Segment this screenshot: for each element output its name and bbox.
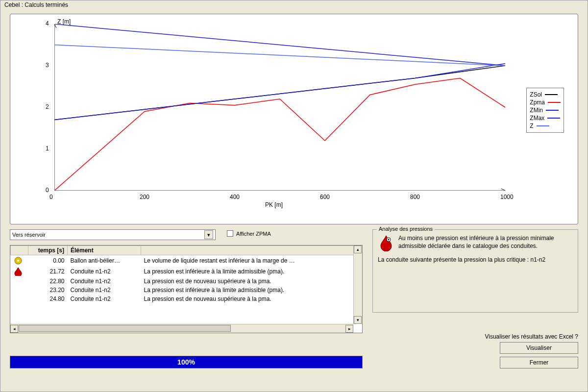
table-row[interactable]: 0.00 Ballon anti-bélier… Le volume de li… [11,255,362,267]
x-tick: 800 [410,194,420,200]
row-icon [11,266,28,277]
table-header-row: temps [s] Élément [11,246,362,255]
col-message[interactable] [141,246,362,255]
row-element: Conduite n1-n2 [68,294,141,303]
x-tick: 0 [49,194,53,200]
row-temps: 23.20 [28,286,68,294]
window: Cebel : Calculs terminés Z [m] PK [m] ZS… [0,0,588,392]
scroll-down-icon[interactable]: ▾ [354,316,362,324]
table-horizontal-scrollbar[interactable]: ◂ ▸ [10,324,353,333]
row-icon [11,277,28,286]
analysis-title: Analyse des pressions [377,226,435,232]
row-message: La pression est inférieure à la limite a… [141,266,362,277]
legend-label: Z [530,122,533,129]
chart-legend: ZSolZpmaZMinZMaxZ [526,88,564,133]
col-icon[interactable] [11,246,28,255]
table-row[interactable]: 21.72 Conduite n1-n2 La pression est inf… [11,266,362,277]
scroll-thumb[interactable] [19,325,231,332]
table-row[interactable]: 23.20 Conduite n1-n2 La pression est inf… [11,286,362,294]
row-message: La pression est de nouveau supérieure à … [141,294,362,303]
fermer-button[interactable]: Fermer [500,357,578,368]
direction-dropdown[interactable]: Vers réservoir ▾ [10,229,216,240]
legend-item: ZMin [530,107,561,114]
legend-swatch-icon [548,102,561,103]
events-table[interactable]: temps [s] Élément 0.00 Ballon anti-bélie… [10,245,363,333]
col-temps[interactable]: temps [s] [28,246,68,255]
legend-label: ZMin [530,107,543,114]
progress-text: 100% [177,358,195,366]
warning-blood-drop-icon [378,235,394,251]
chart-plot [54,24,505,191]
row-icon [11,286,28,294]
row-temps: 21.72 [28,266,68,277]
table-row[interactable]: 22.80 Conduite n1-n2 La pression est de … [11,277,362,286]
visualiser-button[interactable]: Visualiser [500,342,578,354]
result-prompt: Visualiser les résultats avec Excel ? [485,333,578,340]
y-tick: 4 [46,20,49,27]
legend-label: Zpma [530,99,545,106]
row-icon [11,255,28,267]
row-temps: 22.80 [28,277,68,286]
legend-item: Zpma [530,99,561,106]
analysis-text-1: Au moins une pression est inférieure à l… [378,235,573,250]
legend-label: ZMax [530,115,544,122]
dropdown-selected: Vers réservoir [12,232,46,238]
x-tick: 1000 [500,194,514,200]
chart-panel: Z [m] PK [m] ZSolZpmaZMinZMaxZ 012340200… [10,14,578,224]
row-message: Le volume de liquide restant est inférie… [141,255,362,267]
y-axis-label: Z [m] [57,18,71,25]
row-element: Conduite n1-n2 [68,266,141,277]
scroll-up-icon[interactable]: ▴ [354,245,362,253]
y-tick: 1 [46,145,49,152]
y-tick: 3 [46,62,49,69]
row-temps: 0.00 [28,255,68,267]
x-tick: 400 [230,194,240,200]
row-element: Ballon anti-bélier… [68,255,141,267]
x-axis-label: PK [m] [265,201,283,208]
dropdown-arrow-icon[interactable]: ▾ [204,230,213,239]
analysis-groupbox: Analyse des pressions Au moins une press… [372,229,578,313]
progress-bar: 100% [10,356,363,368]
legend-swatch-icon [545,94,558,95]
row-icon [11,294,28,303]
row-element: Conduite n1-n2 [68,277,141,286]
legend-swatch-icon [547,118,560,119]
scroll-left-icon[interactable]: ◂ [10,325,18,333]
table-vertical-scrollbar[interactable]: ▴ ▾ [353,245,362,324]
legend-swatch-icon [546,110,559,111]
svg-point-16 [17,260,19,262]
legend-item: ZSol [530,91,561,98]
x-tick: 600 [320,194,330,200]
row-temps: 24.80 [28,294,68,303]
row-element: Conduite n1-n2 [68,286,141,294]
svg-point-14 [388,239,390,241]
legend-label: ZSol [530,91,542,98]
window-title: Cebel : Calculs terminés [0,0,588,9]
legend-item: Z [530,122,561,129]
analysis-text-2: La conduite suivante présente la pressio… [378,256,573,264]
y-tick: 0 [46,187,49,194]
row-message: La pression est inférieure à la limite a… [141,286,362,294]
legend-swatch-icon [537,125,549,126]
scroll-right-icon[interactable]: ▸ [345,325,353,333]
legend-item: ZMax [530,115,561,122]
table-row[interactable]: 24.80 Conduite n1-n2 La pression est de … [11,294,362,303]
x-tick: 200 [140,194,149,200]
y-tick: 2 [46,103,49,110]
col-element[interactable]: Élément [68,246,141,255]
afficher-zpma-label: Afficher ZPMA [236,231,271,237]
row-message: La pression est de nouveau supérieure à … [141,277,362,286]
afficher-zpma-checkbox[interactable] [227,230,233,237]
